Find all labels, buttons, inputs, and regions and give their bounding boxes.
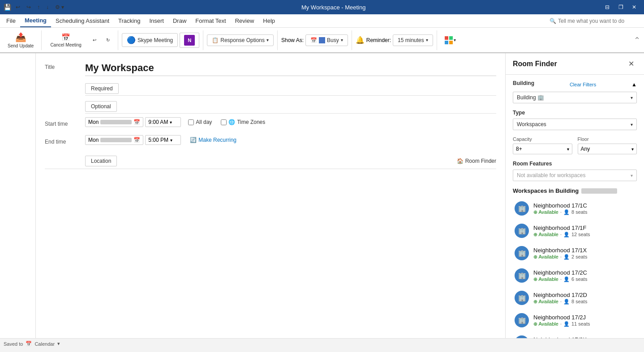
- rf-workspaces-title: Workspaces in Building: [513, 187, 637, 194]
- bell-icon: 🔔: [356, 36, 365, 44]
- search-icon: 🔍: [550, 18, 556, 24]
- start-time-picker[interactable]: 9:00 AM ▾: [145, 117, 181, 127]
- features-dropdown[interactable]: Not available for workspaces ▾: [513, 170, 637, 181]
- end-calendar-icon: 📅: [133, 137, 140, 143]
- room-item[interactable]: 🏢 Neighborhood 17/1C ⊕ Available · 👤 8 s…: [513, 199, 637, 218]
- required-input[interactable]: [122, 85, 496, 92]
- location-input[interactable]: [120, 157, 456, 164]
- room-status-5: ⊕ Available: [533, 321, 558, 327]
- tell-me-input[interactable]: [558, 18, 639, 24]
- response-options-btn[interactable]: 📋 Response Options ▾: [207, 34, 274, 46]
- room-item-4[interactable]: 🏢 Neighborhood 17/2D ⊕ Available · 👤 8 s…: [513, 288, 637, 308]
- save-icon[interactable]: 💾: [4, 4, 11, 11]
- separator-6: [437, 30, 437, 50]
- menu-insert[interactable]: Insert: [145, 14, 168, 27]
- apps-btn[interactable]: ▾: [441, 34, 460, 47]
- menu-review[interactable]: Review: [231, 14, 259, 27]
- room-status-4: ⊕ Available: [533, 299, 558, 305]
- more-btn[interactable]: ⚙ ▾: [53, 3, 66, 12]
- room-item-2[interactable]: 🏢 Neighborhood 17/1X ⊕ Available · 👤 2 s…: [513, 243, 637, 263]
- reminder-section: 🔔 Reminder: 15 minutes ▾: [356, 34, 433, 46]
- start-calendar-icon: 📅: [133, 119, 140, 125]
- room-icon-6: 🏢: [515, 335, 529, 338]
- floor-dropdown[interactable]: Any ▾: [578, 144, 637, 154]
- room-info-3: Neighborhood 17/2C ⊕ Available · 👤 6 sea…: [533, 269, 635, 282]
- menu-bar: File Meeting Scheduling Assistant Tracki…: [0, 14, 644, 28]
- menu-meeting[interactable]: Meeting: [20, 14, 51, 27]
- room-item-5[interactable]: 🏢 Neighborhood 17/2J ⊕ Available · 👤 11 …: [513, 310, 637, 330]
- make-recurring-link[interactable]: 🔄 Make Recurring: [190, 137, 236, 143]
- send-update-btn[interactable]: 📤 Send Update: [4, 30, 38, 51]
- optional-input[interactable]: [120, 103, 496, 110]
- start-date-value: [100, 120, 132, 124]
- title-input[interactable]: [85, 60, 496, 76]
- room-name-1: Neighborhood 17/1F: [533, 225, 635, 231]
- menu-scheduling[interactable]: Scheduling Assistant: [51, 14, 114, 27]
- capacity-dropdown[interactable]: 8+ ▾: [513, 144, 572, 154]
- undo-redo-group: ↩ ↻: [88, 36, 114, 44]
- menu-file[interactable]: File: [2, 14, 20, 27]
- menu-format[interactable]: Format Text: [191, 14, 230, 27]
- timezone-checkbox-item[interactable]: 🌐 Time Zones: [221, 119, 265, 125]
- rf-capacity-floor-row: Capacity 8+ ▾ Floor Any ▾: [513, 136, 637, 154]
- room-finder-link[interactable]: 🏠 Room Finder: [457, 158, 496, 164]
- minimize-btn[interactable]: ⊟: [601, 1, 614, 13]
- undo-btn[interactable]: ↩: [14, 3, 22, 12]
- timezone-checkbox[interactable]: [221, 119, 227, 125]
- menu-draw[interactable]: Draw: [168, 14, 191, 27]
- room-seats-3: 6 seats: [571, 276, 587, 282]
- room-seats-icon-5: 👤: [563, 321, 570, 327]
- cancel-meeting-icon: 📅: [61, 33, 70, 42]
- ribbon-expand-btn[interactable]: ⌃: [634, 35, 640, 45]
- start-time-label: Start time: [45, 117, 85, 127]
- clear-filters-btn[interactable]: Clear Filters: [570, 82, 596, 87]
- room-sep-1: ·: [560, 232, 562, 237]
- building-dropdown[interactable]: Building 🏢 ▾: [513, 92, 637, 103]
- down-btn[interactable]: ↓: [44, 3, 51, 12]
- start-time-row: Start time Mon 📅 9:00 AM ▾ All day: [45, 117, 496, 133]
- close-icon: ✕: [632, 4, 636, 10]
- rf-floor-col: Floor Any ▾: [578, 136, 637, 154]
- redo-ribbon-btn[interactable]: ↻: [102, 36, 114, 44]
- show-as-dropdown[interactable]: 📅 Busy ▾: [305, 34, 348, 46]
- calendar-dropdown-arrow[interactable]: ▾: [57, 341, 60, 347]
- required-btn[interactable]: Required: [85, 83, 119, 94]
- room-info-1: Neighborhood 17/1F ⊕ Available · 👤 12 se…: [533, 225, 635, 237]
- menu-help[interactable]: Help: [258, 14, 279, 27]
- skype-meeting-btn[interactable]: 🔵 Skype Meeting: [122, 33, 178, 47]
- end-date-picker[interactable]: Mon 📅: [85, 135, 143, 145]
- allday-checkbox-item[interactable]: All day: [188, 119, 212, 125]
- close-btn[interactable]: ✕: [628, 1, 640, 13]
- cancel-meeting-btn[interactable]: 📅 Cancel Meeting: [45, 31, 86, 50]
- workspaces-building-name-blur: [581, 188, 617, 194]
- rf-building-row: Building Clear Filters ▲: [513, 80, 637, 89]
- status-bar: Saved to 📅 Calendar ▾: [0, 338, 644, 349]
- optional-btn[interactable]: Optional: [85, 101, 117, 112]
- room-name-2: Neighborhood 17/1X: [533, 247, 635, 254]
- rf-close-btn[interactable]: ✕: [626, 59, 637, 69]
- undo-ribbon-btn[interactable]: ↩: [88, 36, 101, 44]
- location-btn[interactable]: Location: [85, 156, 117, 166]
- restore-btn[interactable]: ❐: [614, 1, 627, 13]
- reminder-dropdown[interactable]: 15 minutes ▾: [393, 34, 433, 46]
- up-btn[interactable]: ↑: [35, 3, 42, 12]
- room-item-3[interactable]: 🏢 Neighborhood 17/2C ⊕ Available · 👤 6 s…: [513, 266, 637, 285]
- redo-btn[interactable]: ↪: [25, 3, 33, 12]
- tell-me-search[interactable]: 🔍: [546, 14, 642, 27]
- separator-3: [203, 30, 203, 50]
- allday-checkbox[interactable]: [188, 119, 194, 125]
- end-time-picker[interactable]: 5:00 PM ▾: [145, 135, 181, 145]
- show-as-section: Show As: 📅 Busy ▾: [281, 34, 348, 46]
- redo-icon: ↻: [106, 38, 110, 42]
- onenote-btn[interactable]: N: [180, 33, 199, 48]
- start-date-picker[interactable]: Mon 📅: [85, 117, 143, 127]
- room-seats-icon-3: 👤: [563, 276, 570, 282]
- type-chevron-icon: ▾: [631, 122, 633, 127]
- room-seats-4: 8 seats: [571, 299, 587, 304]
- building-collapse-icon[interactable]: ▲: [631, 81, 637, 88]
- type-dropdown[interactable]: Workspaces ▾: [513, 119, 637, 130]
- room-item-1[interactable]: 🏢 Neighborhood 17/1F ⊕ Available · 👤 12 …: [513, 221, 637, 241]
- menu-tracking[interactable]: Tracking: [114, 14, 145, 27]
- room-item-6[interactable]: 🏢 Neighborhood 17/3K ⊕ Available: [513, 333, 637, 338]
- main-area: Title Required Optional Start time: [0, 53, 644, 338]
